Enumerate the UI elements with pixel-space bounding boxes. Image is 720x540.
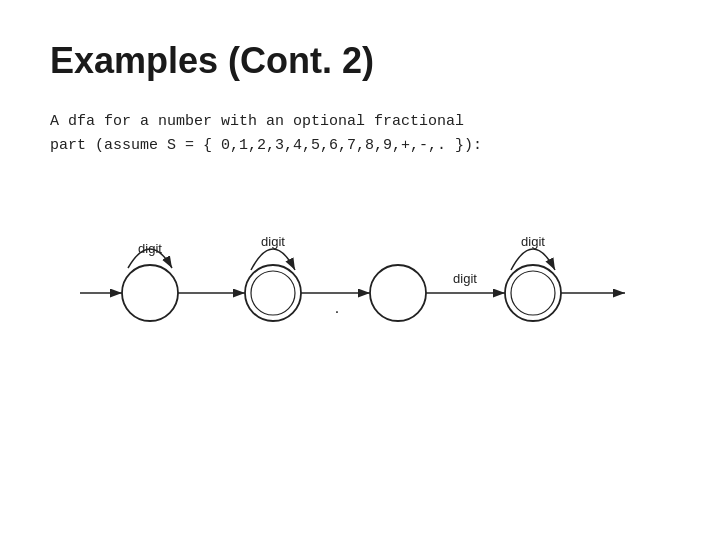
state-4-inner [511,271,555,315]
label-digit2: digit [261,234,285,249]
label-digit3: digit [453,271,477,286]
label-digit4: digit [521,234,545,249]
dfa-diagram: digit digit . digit [50,188,670,368]
slide-title: Examples (Cont. 2) [50,40,670,82]
state-1 [122,265,178,321]
description-line1: A dfa for a number with an optional frac… [50,110,670,134]
description-line2: part (assume S = { 0,1,2,3,4,5,6,7,8,9,+… [50,134,670,158]
label-dot: . [335,299,339,316]
slide-container: Examples (Cont. 2) A dfa for a number wi… [0,0,720,540]
state-2-inner [251,271,295,315]
state-3 [370,265,426,321]
dfa-svg: digit digit . digit [50,188,670,368]
description-text: A dfa for a number with an optional frac… [50,110,670,158]
